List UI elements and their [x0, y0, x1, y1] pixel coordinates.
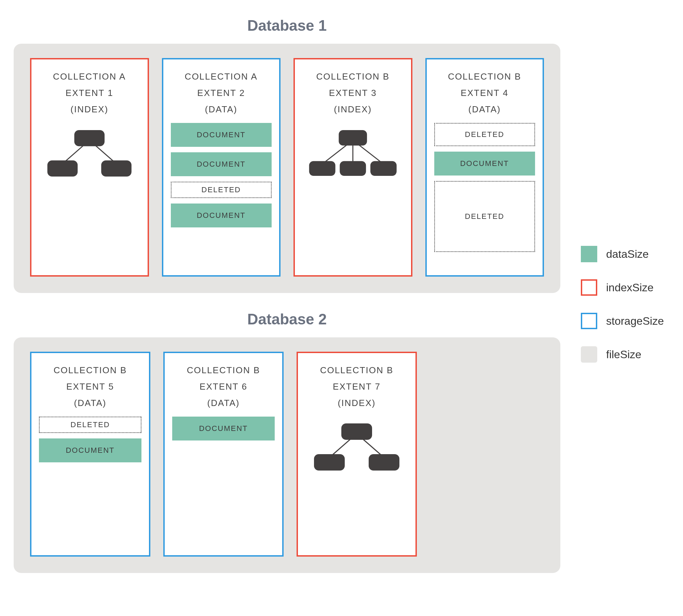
svg-rect-2 — [74, 130, 105, 146]
extent-body: DELETED DOCUMENT — [39, 417, 141, 548]
svg-rect-11 — [370, 161, 397, 176]
extent-collection-label: COLLECTION B — [434, 68, 535, 85]
database-box: COLLECTION B EXTENT 5 (DATA) DELETED DOC… — [14, 337, 560, 573]
extent-number-label: EXTENT 3 — [302, 85, 404, 101]
document-block: DOCUMENT — [171, 152, 272, 176]
index-tree-icon — [302, 123, 404, 184]
document-block: DOCUMENT — [39, 438, 141, 462]
legend-item-indexsize: indexSize — [581, 279, 664, 296]
extent-box: COLLECTION B EXTENT 6 (DATA) DOCUMENT — [163, 352, 284, 557]
deleted-block: DELETED — [434, 181, 535, 252]
extent-number-label: EXTENT 6 — [172, 378, 275, 395]
extent-header: COLLECTION B EXTENT 3 (INDEX) — [302, 68, 404, 117]
legend-item-storagesize: storageSize — [581, 313, 664, 329]
extent-number-label: EXTENT 5 — [39, 378, 141, 395]
extent-body — [39, 123, 140, 268]
legend-label: fileSize — [606, 348, 641, 361]
extent-body — [302, 123, 404, 268]
legend-item-filesize: fileSize — [581, 346, 664, 363]
extent-type-label: (DATA) — [172, 395, 275, 411]
extent-collection-label: COLLECTION B — [172, 362, 275, 378]
extent-body: DOCUMENT DOCUMENT DELETED DOCUMENT — [171, 123, 272, 268]
svg-rect-3 — [47, 160, 78, 177]
extent-type-label: (DATA) — [171, 101, 272, 117]
swatch-datasize — [581, 246, 597, 262]
document-block: DOCUMENT — [171, 123, 272, 147]
extent-number-label: EXTENT 2 — [171, 85, 272, 101]
legend-label: storageSize — [606, 315, 664, 327]
extent-box: COLLECTION B EXTENT 4 (DATA) DELETED DOC… — [425, 58, 544, 277]
swatch-storagesize — [581, 313, 597, 329]
extent-collection-label: COLLECTION B — [305, 362, 408, 378]
extent-header: COLLECTION B EXTENT 5 (DATA) — [39, 362, 141, 411]
index-tree-icon — [305, 417, 408, 478]
extent-box: COLLECTION B EXTENT 7 (INDEX) — [297, 352, 417, 557]
extent-header: COLLECTION B EXTENT 4 (DATA) — [434, 68, 535, 117]
svg-rect-14 — [341, 423, 372, 440]
legend-label: indexSize — [606, 281, 654, 294]
swatch-indexsize — [581, 279, 597, 296]
extent-number-label: EXTENT 4 — [434, 85, 535, 101]
extent-box: COLLECTION B EXTENT 5 (DATA) DELETED DOC… — [30, 352, 150, 557]
extent-collection-label: COLLECTION B — [302, 68, 404, 85]
database-title: Database 2 — [14, 311, 560, 328]
document-block: DOCUMENT — [434, 152, 535, 176]
extent-body — [305, 417, 408, 548]
extent-header: COLLECTION A EXTENT 2 (DATA) — [171, 68, 272, 117]
extent-header: COLLECTION B EXTENT 7 (INDEX) — [305, 362, 408, 411]
deleted-block: DELETED — [171, 182, 272, 198]
database-box: COLLECTION A EXTENT 1 (INDEX) — [14, 44, 560, 293]
extent-number-label: EXTENT 1 — [39, 85, 140, 101]
deleted-block: DELETED — [39, 417, 141, 433]
extent-type-label: (DATA) — [434, 101, 535, 117]
extent-box: COLLECTION A EXTENT 2 (DATA) DOCUMENT DO… — [162, 58, 281, 277]
databases-column: Database 1 COLLECTION A EXTENT 1 (INDEX) — [14, 14, 560, 573]
document-block: DOCUMENT — [171, 204, 272, 227]
diagram-root: Database 1 COLLECTION A EXTENT 1 (INDEX) — [14, 14, 669, 573]
svg-rect-10 — [340, 161, 366, 176]
svg-rect-9 — [309, 161, 336, 176]
legend-label: dataSize — [606, 248, 649, 261]
extent-box: COLLECTION A EXTENT 1 (INDEX) — [30, 58, 149, 277]
extent-collection-label: COLLECTION A — [171, 68, 272, 85]
extent-collection-label: COLLECTION B — [39, 362, 141, 378]
svg-rect-4 — [101, 160, 132, 177]
extent-type-label: (INDEX) — [39, 101, 140, 117]
extent-box: COLLECTION B EXTENT 3 (INDEX) — [293, 58, 412, 277]
legend: dataSize indexSize storageSize fileSize — [581, 246, 664, 363]
extent-header: COLLECTION A EXTENT 1 (INDEX) — [39, 68, 140, 117]
extent-type-label: (INDEX) — [305, 395, 408, 411]
legend-item-datasize: dataSize — [581, 246, 664, 262]
extent-body: DOCUMENT — [172, 417, 275, 548]
index-tree-icon — [39, 123, 140, 184]
extent-collection-label: COLLECTION A — [39, 68, 140, 85]
swatch-filesize — [581, 346, 597, 363]
extent-number-label: EXTENT 7 — [305, 378, 408, 395]
deleted-block: DELETED — [434, 123, 535, 146]
svg-rect-15 — [314, 454, 345, 471]
extent-header: COLLECTION B EXTENT 6 (DATA) — [172, 362, 275, 411]
svg-rect-16 — [369, 454, 399, 471]
extent-type-label: (DATA) — [39, 395, 141, 411]
document-block: DOCUMENT — [172, 417, 275, 440]
extent-type-label: (INDEX) — [302, 101, 404, 117]
database-title: Database 1 — [14, 17, 560, 34]
svg-rect-8 — [339, 130, 367, 145]
extent-body: DELETED DOCUMENT DELETED — [434, 123, 535, 268]
